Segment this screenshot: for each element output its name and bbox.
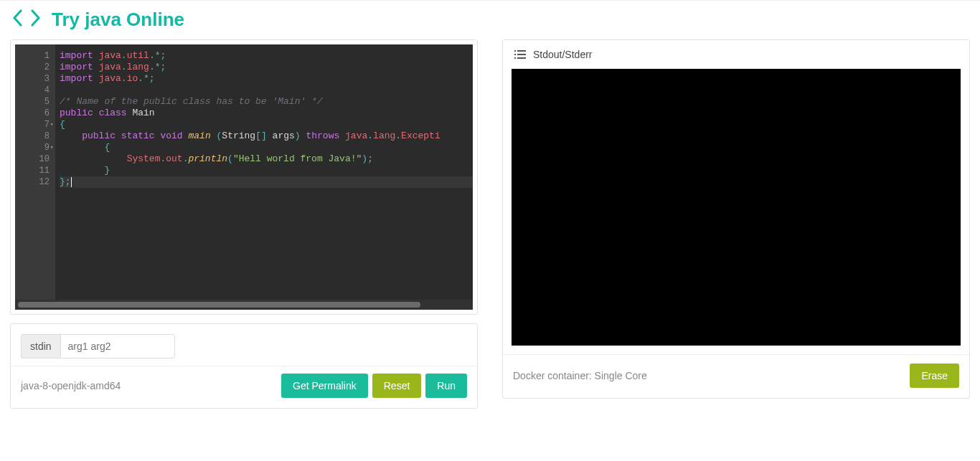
svg-rect-2	[514, 54, 516, 55]
page-title: Try java Online	[52, 9, 184, 31]
output-panel: Stdout/Stderr Docker container: Single C…	[502, 39, 970, 399]
list-icon	[514, 49, 526, 60]
docker-label: Docker container: Single Core	[513, 370, 905, 381]
stdin-input[interactable]	[60, 334, 175, 358]
svg-rect-4	[514, 57, 516, 59]
svg-rect-1	[517, 50, 526, 52]
output-header-label: Stdout/Stderr	[533, 49, 593, 60]
get-permalink-button[interactable]: Get Permalink	[281, 374, 368, 398]
editor-panel: 1234567▾89▾101112 import java.util.*;imp…	[10, 39, 478, 315]
erase-button[interactable]: Erase	[910, 363, 959, 388]
svg-rect-5	[517, 57, 526, 59]
jdk-version-label: java-8-openjdk-amd64	[21, 380, 277, 391]
run-button[interactable]: Run	[425, 374, 467, 398]
svg-rect-3	[517, 54, 526, 55]
output-area[interactable]	[512, 69, 961, 346]
editor-hscrollbar-thumb[interactable]	[18, 302, 420, 308]
page-header: Try java Online	[0, 1, 980, 39]
editor-code-area[interactable]: import java.util.*;import java.lang.*;im…	[55, 44, 473, 300]
editor-hscrollbar[interactable]	[15, 300, 473, 310]
code-brackets-icon	[11, 6, 42, 32]
controls-panel: stdin java-8-openjdk-amd64 Get Permalink…	[10, 323, 478, 409]
code-editor[interactable]: 1234567▾89▾101112 import java.util.*;imp…	[15, 44, 473, 310]
svg-rect-0	[514, 50, 516, 52]
output-header: Stdout/Stderr	[503, 40, 969, 69]
editor-gutter: 1234567▾89▾101112	[15, 44, 55, 300]
stdin-label: stdin	[21, 334, 60, 358]
reset-button[interactable]: Reset	[372, 374, 422, 398]
